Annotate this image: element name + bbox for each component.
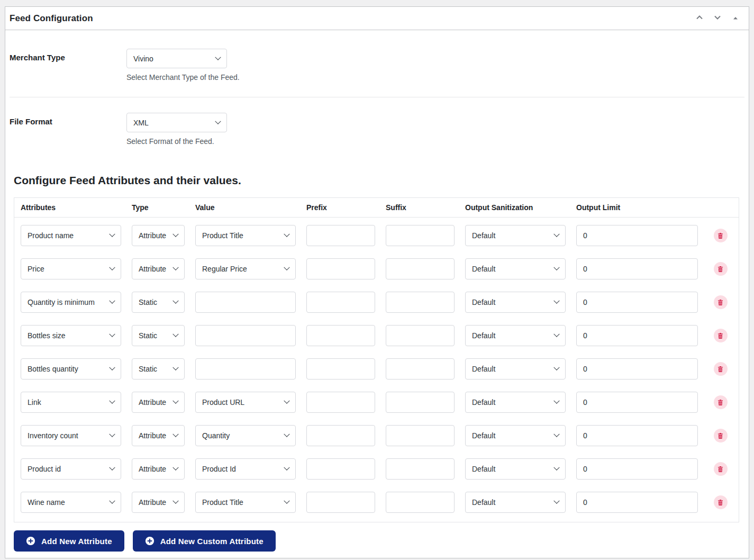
type-select[interactable]: Static [132,292,185,313]
type-select[interactable]: Static [132,325,185,346]
attribute-select[interactable]: Bottles quantity [21,358,121,380]
type-select[interactable]: Attribute [132,225,185,246]
chevron-down-icon [553,365,559,371]
prefix-input[interactable] [306,492,375,513]
output-sanitization-selected-value: Default [472,365,495,373]
prefix-input[interactable] [306,358,375,380]
output-limit-input[interactable] [576,292,698,313]
output-sanitization-select[interactable]: Default [465,325,566,346]
file-format-label: File Format [10,113,126,126]
chevron-down-icon [172,398,178,404]
type-select[interactable]: Static [132,358,185,380]
value-input[interactable] [195,358,296,380]
prefix-input[interactable] [306,392,375,413]
suffix-input[interactable] [386,392,455,413]
chevron-down-icon [215,54,221,60]
output-limit-input[interactable] [576,425,698,446]
collapse-panel-button[interactable] [728,11,743,26]
output-limit-input[interactable] [576,458,698,480]
add-new-attribute-button[interactable]: Add New Attribute [14,530,124,552]
prefix-input[interactable] [306,258,375,279]
attribute-select[interactable]: Quantity is minimum [21,292,121,313]
merchant-type-row: Merchant Type Vivino Select Merchant Typ… [10,30,744,82]
output-limit-input[interactable] [576,325,698,346]
delete-attribute-button[interactable] [714,495,728,509]
output-sanitization-select[interactable]: Default [465,425,566,446]
suffix-input[interactable] [386,492,455,513]
prefix-input[interactable] [306,425,375,446]
output-sanitization-select[interactable]: Default [465,258,566,279]
delete-attribute-button[interactable] [714,229,728,242]
value-input[interactable] [195,292,296,313]
suffix-input[interactable] [386,425,455,446]
output-sanitization-select[interactable]: Default [465,292,566,313]
suffix-input[interactable] [386,225,455,246]
value-select[interactable]: Regular Price [195,258,296,279]
value-select[interactable]: Product URL [195,392,296,413]
delete-attribute-button[interactable] [714,462,728,476]
value-select[interactable]: Product Id [195,458,296,480]
attribute-selected-value: Quantity is minimum [28,298,95,306]
output-sanitization-select[interactable]: Default [465,458,566,480]
delete-attribute-button[interactable] [714,329,728,342]
attribute-select[interactable]: Product name [21,225,121,246]
attribute-select[interactable]: Wine name [21,492,121,513]
value-input[interactable] [195,325,296,346]
value-select[interactable]: Quantity [195,425,296,446]
move-up-button[interactable] [692,11,707,26]
attribute-row: Quantity is minimum Static Default [21,292,732,313]
type-selected-value: Attribute [139,431,166,440]
suffix-input[interactable] [386,358,455,380]
attribute-select[interactable]: Inventory count [21,425,121,446]
chevron-down-icon [284,431,289,437]
add-new-custom-attribute-button[interactable]: Add New Custom Attribute [133,530,276,552]
value-select[interactable]: Product Title [195,225,296,246]
suffix-input[interactable] [386,325,455,346]
delete-cell [708,429,732,442]
delete-attribute-button[interactable] [714,262,728,276]
type-select[interactable]: Attribute [132,258,185,279]
suffix-input[interactable] [386,458,455,480]
attribute-select[interactable]: Price [21,258,121,279]
output-sanitization-selected-value: Default [472,265,495,273]
output-limit-input[interactable] [576,392,698,413]
attribute-select[interactable]: Product id [21,458,121,480]
output-sanitization-select[interactable]: Default [465,492,566,513]
attribute-select[interactable]: Link [21,392,121,413]
output-limit-input[interactable] [576,492,698,513]
panel-handle-actions [692,11,743,26]
output-sanitization-select[interactable]: Default [465,392,566,413]
plus-circle-icon [26,536,35,546]
output-sanitization-select[interactable]: Default [465,225,566,246]
chevron-down-icon [109,231,115,237]
move-down-button[interactable] [710,11,725,26]
prefix-input[interactable] [306,292,375,313]
type-select[interactable]: Attribute [132,392,185,413]
output-limit-input[interactable] [576,225,698,246]
file-format-select[interactable]: XML [126,113,227,132]
merchant-type-select[interactable]: Vivino [126,49,227,68]
prefix-input[interactable] [306,458,375,480]
attributes-table: Attributes Type Value Prefix Suffix Outp… [14,197,739,522]
trash-icon [717,432,724,439]
suffix-input[interactable] [386,258,455,279]
type-select[interactable]: Attribute [132,458,185,480]
output-sanitization-select[interactable]: Default [465,358,566,380]
output-limit-input[interactable] [576,258,698,279]
suffix-input[interactable] [386,292,455,313]
delete-attribute-button[interactable] [714,295,728,309]
delete-cell [708,462,732,476]
output-limit-input[interactable] [576,358,698,380]
prefix-input[interactable] [306,225,375,246]
type-select[interactable]: Attribute [132,425,185,446]
attribute-select[interactable]: Bottles size [21,325,121,346]
chevron-down-icon [109,365,115,371]
type-select[interactable]: Attribute [132,492,185,513]
delete-attribute-button[interactable] [714,395,728,409]
attribute-selected-value: Bottles quantity [28,365,78,373]
output-sanitization-selected-value: Default [472,465,495,473]
value-select[interactable]: Product Title [195,492,296,513]
prefix-input[interactable] [306,325,375,346]
delete-attribute-button[interactable] [714,362,728,376]
delete-attribute-button[interactable] [714,429,728,442]
